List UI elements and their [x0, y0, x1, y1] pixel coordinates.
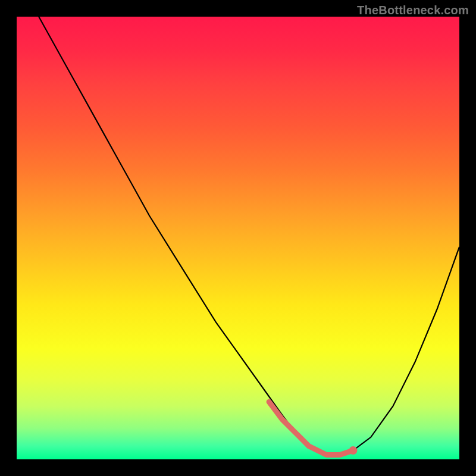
plot-area — [17, 17, 459, 459]
gradient-background — [17, 17, 459, 459]
chart-container: TheBottleneck.com — [0, 0, 476, 476]
watermark-text: TheBottleneck.com — [357, 4, 469, 17]
